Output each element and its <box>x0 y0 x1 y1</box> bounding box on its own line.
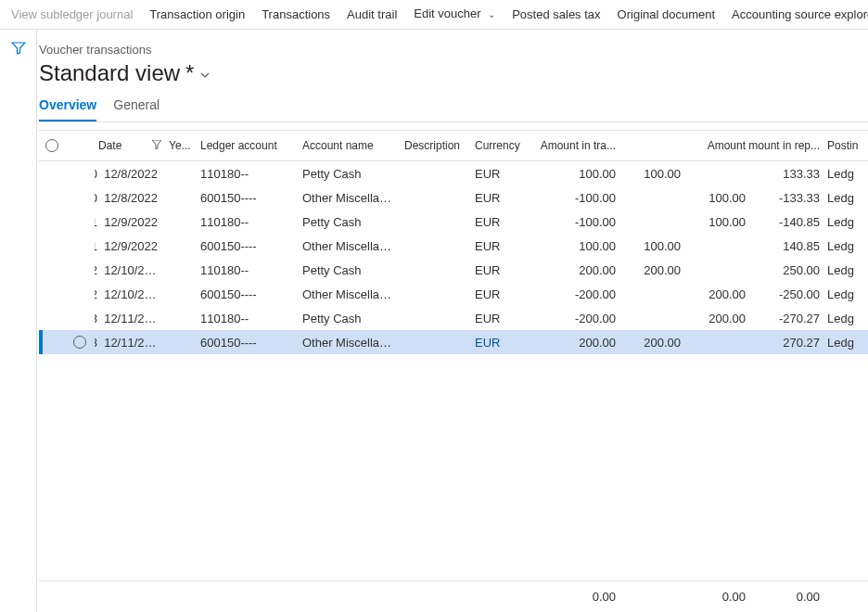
cell-ledger: 110180-- <box>197 312 299 325</box>
cell-amount-in-trans: 200.00 <box>527 336 619 350</box>
cell-date: 0063 12/11/2022 <box>95 312 165 325</box>
cell-posting: Ledg <box>823 263 861 277</box>
cell-amount-in-rep: 270.27 <box>749 336 823 350</box>
tab-general[interactable]: General <box>113 97 160 121</box>
cell-account-name: Petty Cash <box>299 263 401 277</box>
cell-amount-in-rep: -133.33 <box>749 191 823 205</box>
header-select-all[interactable] <box>39 139 65 152</box>
view-dropdown-icon[interactable] <box>199 70 211 83</box>
app-menubar: View subledger journal Transaction origi… <box>0 0 868 30</box>
row-select-indicator <box>39 330 43 354</box>
cell-date: 0062 12/10/2022 <box>95 263 165 277</box>
cell-journal-id: 0060 <box>95 191 104 205</box>
page-title: Standard view <box>39 60 180 86</box>
cell-date: 0060 12/8/2022 <box>95 167 165 181</box>
header-ledger-account[interactable]: Ledger account <box>197 139 299 152</box>
cell-currency: EUR <box>471 263 527 277</box>
chevron-down-icon: ⌄ <box>488 9 495 19</box>
header-description[interactable]: Description <box>401 139 471 152</box>
table-row[interactable]: 0063 12/11/2022600150----Other Miscellan… <box>39 330 868 354</box>
cell-posting: Ledg <box>823 287 861 301</box>
row-select-cell[interactable] <box>65 239 95 252</box>
voucher-grid: Date Ye... Ledger account Account name D… <box>39 130 868 612</box>
header-date-label: Date <box>98 139 121 152</box>
cell-debit: 200.00 <box>619 263 684 277</box>
cell-amount-in-rep: 140.85 <box>749 239 823 253</box>
header-date[interactable]: Date <box>95 139 165 152</box>
header-posting[interactable]: Postin <box>823 139 861 152</box>
grid-footer: 0.00 0.00 0.00 <box>39 580 868 612</box>
cell-amount-in-trans: -100.00 <box>527 215 619 229</box>
cell-ledger: 600150---- <box>197 191 299 205</box>
cell-currency: EUR <box>471 312 527 325</box>
menu-original-document[interactable]: Original document <box>618 0 716 30</box>
cell-journal-id: 0062 <box>95 287 104 301</box>
row-select-cell[interactable] <box>65 336 95 349</box>
row-select-cell[interactable] <box>65 215 95 228</box>
cell-ledger: 600150---- <box>197 239 299 253</box>
cell-debit: 100.00 <box>619 167 684 181</box>
cell-amount-in-trans: 100.00 <box>527 239 619 253</box>
filter-funnel-icon[interactable] <box>152 139 161 152</box>
tab-strip: Overview General <box>39 97 868 122</box>
cell-amount-in-trans: -200.00 <box>527 312 619 325</box>
cell-posting: Ledg <box>823 312 861 325</box>
table-row[interactable]: 0060 12/8/2022110180--Petty CashEUR100.0… <box>39 161 868 185</box>
cell-date: 0062 12/10/2022 <box>95 287 165 301</box>
cell-currency: EUR <box>471 336 527 350</box>
cell-journal-id: 0061 <box>95 215 104 229</box>
cell-amount-in-rep: 133.33 <box>749 167 823 181</box>
row-select-indicator <box>39 258 43 282</box>
row-select-cell[interactable] <box>65 167 95 180</box>
menu-posted-sales-tax[interactable]: Posted sales tax <box>512 0 600 30</box>
cell-currency: EUR <box>471 239 527 253</box>
table-row[interactable]: 0063 12/11/2022110180--Petty CashEUR-200… <box>39 306 868 330</box>
cell-account-name: Other Miscellane... <box>299 336 401 350</box>
row-select-cell[interactable] <box>65 191 95 204</box>
filter-icon[interactable] <box>11 41 26 58</box>
table-row[interactable]: 0061 12/9/2022600150----Other Miscellane… <box>39 234 868 258</box>
menu-edit-voucher-label: Edit voucher <box>414 6 480 20</box>
header-amount[interactable]: Amount <box>684 139 749 152</box>
row-select-cell[interactable] <box>65 287 95 300</box>
header-year[interactable]: Ye... <box>165 139 197 152</box>
tab-overview[interactable]: Overview <box>39 97 96 121</box>
cell-ledger: 600150---- <box>197 287 299 301</box>
table-row[interactable]: 0061 12/9/2022110180--Petty CashEUR-100.… <box>39 210 868 234</box>
menu-transactions[interactable]: Transactions <box>262 0 330 30</box>
row-select-cell[interactable] <box>65 312 95 325</box>
header-amount-in-trans[interactable]: Amount in tra... <box>527 139 619 152</box>
menu-accounting-source[interactable]: Accounting source explorer <box>732 0 868 30</box>
table-row[interactable]: 0062 12/10/2022600150----Other Miscellan… <box>39 282 868 306</box>
header-amount-in-rep[interactable]: Amount in rep... <box>749 139 823 152</box>
header-currency[interactable]: Currency <box>471 139 527 152</box>
cell-amount-in-rep: -270.27 <box>749 312 823 325</box>
breadcrumb: Voucher transactions <box>39 43 868 60</box>
cell-currency: EUR <box>471 191 527 205</box>
row-select-indicator <box>39 282 43 306</box>
cell-amount-in-trans: -200.00 <box>527 287 619 301</box>
footer-total-amount: 0.00 <box>684 590 749 604</box>
cell-amount-in-trans: 100.00 <box>527 167 619 181</box>
cell-journal-id: 0063 <box>95 312 104 325</box>
cell-account-name: Other Miscellane... <box>299 191 401 205</box>
cell-date: 0061 12/9/2022 <box>95 215 165 229</box>
cell-account-name: Other Miscellane... <box>299 239 401 253</box>
row-select-indicator <box>39 185 43 210</box>
cell-journal-id: 0063 <box>95 336 104 350</box>
table-row[interactable]: 0060 12/8/2022600150----Other Miscellane… <box>39 185 868 210</box>
cell-amount-in-rep: -140.85 <box>749 215 823 229</box>
menu-transaction-origin[interactable]: Transaction origin <box>149 0 245 30</box>
row-select-cell[interactable] <box>65 263 95 276</box>
table-row[interactable]: 0062 12/10/2022110180--Petty CashEUR200.… <box>39 258 868 282</box>
cell-ledger: 110180-- <box>197 263 299 277</box>
menu-edit-voucher[interactable]: Edit voucher ⌄ <box>414 0 495 30</box>
header-account-name[interactable]: Account name <box>299 139 401 152</box>
cell-journal-id: 0062 <box>95 263 104 277</box>
cell-currency: EUR <box>471 215 527 229</box>
cell-account-name: Petty Cash <box>299 215 401 229</box>
menu-view-subledger: View subledger journal <box>11 0 133 30</box>
menu-audit-trail[interactable]: Audit trail <box>347 0 397 30</box>
cell-date: 0060 12/8/2022 <box>95 191 165 205</box>
cell-credit: 200.00 <box>684 312 749 325</box>
